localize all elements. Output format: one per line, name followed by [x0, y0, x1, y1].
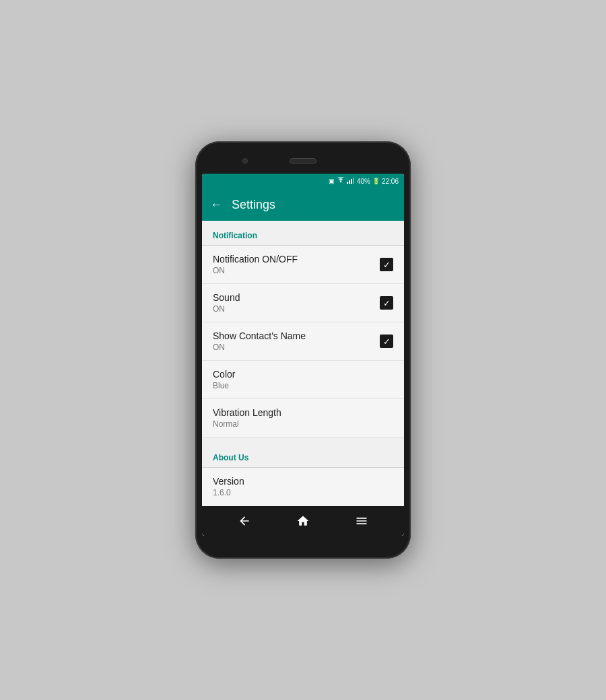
- setting-version-text: Version 1.6.0: [213, 476, 244, 497]
- checkmark-icon: ✓: [383, 299, 391, 308]
- camera: [242, 158, 248, 164]
- setting-sound-value: ON: [213, 304, 240, 314]
- section-about-header: About Us: [202, 443, 404, 468]
- notification-checkbox[interactable]: ✓: [380, 258, 393, 271]
- status-bar: ▣ 40% 🔋: [202, 174, 404, 188]
- svg-rect-0: [347, 182, 348, 184]
- setting-show-contacts-name[interactable]: Show Contact's Name ON ✓: [202, 322, 404, 361]
- svg-rect-1: [349, 180, 350, 184]
- phone-screen: ▣ 40% 🔋: [202, 174, 404, 536]
- setting-contacts-value: ON: [213, 343, 306, 352]
- setting-vibration-length[interactable]: Vibration Length Normal: [202, 399, 404, 438]
- setting-vibration-value: Normal: [213, 419, 281, 429]
- section-notification-header: Notification: [202, 221, 404, 246]
- setting-color-title: Color: [213, 369, 235, 380]
- setting-notification-onoff[interactable]: Notification ON/OFF ON ✓: [202, 246, 404, 284]
- signal-icon: [347, 177, 355, 185]
- sound-checkbox[interactable]: ✓: [380, 296, 393, 310]
- setting-notification-text: Notification ON/OFF ON: [213, 254, 298, 275]
- tablet-status-icon: ▣: [329, 178, 335, 184]
- setting-color-text: Color Blue: [213, 369, 235, 390]
- battery-percent: 40%: [357, 178, 370, 185]
- setting-vibration-title: Vibration Length: [213, 407, 281, 418]
- phone-top: [202, 151, 404, 171]
- nav-home-button[interactable]: [296, 514, 310, 528]
- setting-version: Version 1.6.0: [202, 468, 404, 505]
- setting-version-title: Version: [213, 476, 244, 487]
- checkmark-icon: ✓: [383, 260, 391, 269]
- settings-content: Notification Notification ON/OFF ON ✓ So…: [202, 221, 404, 506]
- nav-bar: [202, 506, 404, 536]
- back-nav-icon: [238, 514, 251, 528]
- back-button[interactable]: ←: [210, 198, 222, 212]
- home-nav-icon: [296, 514, 310, 528]
- speaker: [290, 158, 316, 164]
- setting-sound-title: Sound: [213, 292, 240, 303]
- svg-rect-3: [353, 178, 354, 184]
- contacts-checkbox[interactable]: ✓: [380, 335, 393, 348]
- setting-vibration-text: Vibration Length Normal: [213, 407, 281, 429]
- phone-bottom: [202, 536, 404, 549]
- status-icons: ▣ 40% 🔋: [329, 177, 399, 185]
- battery-icon: 🔋: [372, 178, 380, 184]
- screen-title: Settings: [232, 198, 275, 212]
- nav-back-button[interactable]: [238, 514, 251, 528]
- wifi-icon: [337, 177, 345, 185]
- checkmark-icon: ✓: [383, 337, 391, 346]
- setting-sound-text: Sound ON: [213, 292, 240, 314]
- setting-notification-value: ON: [213, 266, 298, 275]
- time-display: 22:06: [382, 178, 399, 185]
- setting-notification-title: Notification ON/OFF: [213, 254, 298, 265]
- app-bar: ← Settings: [202, 188, 404, 221]
- setting-color-value: Blue: [213, 381, 235, 390]
- recents-nav-icon: [355, 514, 368, 528]
- setting-color[interactable]: Color Blue: [202, 361, 404, 399]
- section-about-label: About Us: [213, 453, 248, 462]
- svg-rect-2: [351, 179, 352, 184]
- setting-sound[interactable]: Sound ON ✓: [202, 284, 404, 322]
- setting-version-value: 1.6.0: [213, 488, 244, 497]
- phone-device: ▣ 40% 🔋: [195, 141, 411, 559]
- setting-contacts-text: Show Contact's Name ON: [213, 330, 306, 352]
- setting-contacts-title: Show Contact's Name: [213, 330, 306, 341]
- section-notification-label: Notification: [213, 231, 257, 240]
- nav-recents-button[interactable]: [355, 514, 368, 528]
